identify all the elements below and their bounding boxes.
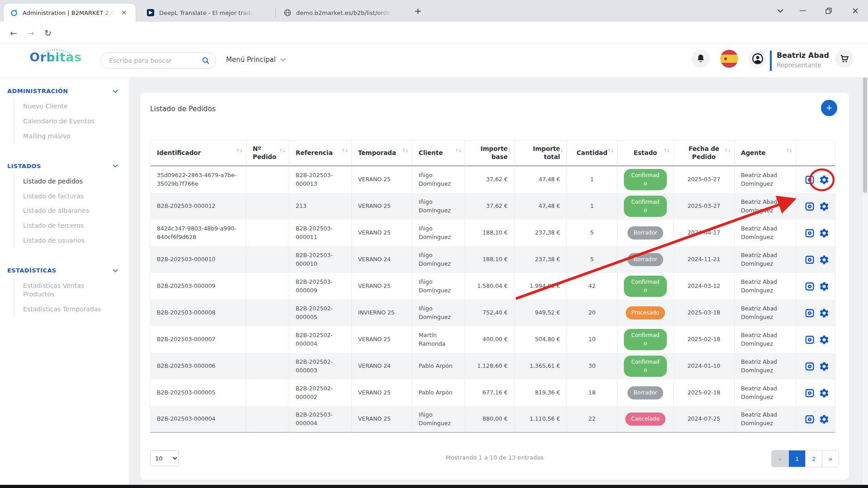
cell-estado: Confirmado	[617, 353, 673, 380]
sidebar-item[interactable]: Estadísticas Temporadas	[23, 302, 111, 317]
sort-icon[interactable]: ↑↓	[402, 148, 408, 154]
language-button[interactable]	[720, 50, 738, 68]
order-settings-button[interactable]	[818, 201, 830, 212]
back-icon[interactable]: ←	[8, 27, 19, 39]
status-badge: Cancelado	[625, 413, 665, 426]
window-minimize-button[interactable]: —	[799, 6, 806, 14]
window-close-button[interactable]: ×	[852, 5, 859, 15]
tab-search-chevron-icon[interactable]	[777, 9, 784, 13]
sort-icon[interactable]: ↑↓	[341, 148, 348, 154]
order-settings-button[interactable]	[818, 254, 830, 266]
cell-temporada: VERANO 25	[351, 193, 412, 220]
column-header-importe_base[interactable]: Importe base↑↓	[465, 140, 514, 166]
page-scrollbar[interactable]	[862, 44, 868, 485]
view-order-button[interactable]	[804, 307, 816, 319]
sidebar-section-header[interactable]: ESTADÍSTICAS	[0, 267, 129, 274]
sort-icon[interactable]: ↑↓	[504, 148, 510, 154]
sidebar-item[interactable]: Listado de terceros	[23, 218, 111, 233]
sidebar-item[interactable]: Listado de albaranes	[23, 203, 111, 218]
user-role: Representante	[777, 61, 821, 69]
sidebar-item[interactable]: Listado de facturas	[23, 189, 111, 204]
account-button[interactable]	[749, 50, 767, 68]
page-button-next[interactable]: »	[822, 450, 839, 467]
user-divider	[770, 51, 772, 71]
search-input[interactable]	[109, 57, 198, 64]
order-settings-button[interactable]	[818, 334, 830, 346]
cell-importe_base: 880,00 €	[465, 406, 514, 433]
view-order-button[interactable]	[804, 254, 816, 266]
notifications-button[interactable]	[692, 50, 710, 68]
cell-temporada: VERANO 25	[351, 166, 412, 193]
order-settings-button[interactable]	[818, 361, 830, 372]
table-row: 35d09622-2863-4679-a7be-35029b7f766eB2B-…	[150, 166, 835, 193]
column-header-cantidad[interactable]: Cantidad↑↓	[566, 140, 617, 166]
column-header-cliente[interactable]: Cliente↑↓	[412, 140, 465, 166]
browser-tab-orders[interactable]: demo.b2market.es/b2b/list/orders?	[277, 4, 408, 22]
search-icon[interactable]	[201, 56, 210, 65]
forward-icon[interactable]: →	[25, 27, 37, 39]
column-header-n_pedido[interactable]: Nº Pedido↑↓	[246, 140, 289, 166]
table-row: B2B-202503-000007B2B-202502-000004VERANO…	[150, 326, 835, 353]
page-button-1[interactable]: 1	[788, 450, 805, 467]
order-settings-button[interactable]	[818, 281, 830, 292]
add-order-button[interactable]: +	[821, 100, 837, 116]
view-order-button[interactable]	[804, 281, 816, 292]
chevron-down-icon	[280, 58, 286, 61]
sidebar-item[interactable]: Mailing masivo	[23, 129, 111, 144]
cell-fecha_pedido: 2025-03-27	[673, 166, 734, 193]
cell-n_pedido	[246, 326, 289, 353]
cell-estado: Borrador	[617, 380, 673, 406]
order-settings-button[interactable]	[818, 307, 830, 319]
row-1-settings-icon[interactable]	[818, 174, 830, 186]
view-order-button[interactable]	[804, 361, 816, 372]
view-order-button[interactable]	[804, 413, 816, 425]
orbitas-logo[interactable]: Orbitas	[22, 50, 90, 64]
new-tab-button[interactable]: +	[414, 6, 422, 15]
cell-referencia: B2B-202502-000002	[289, 380, 351, 406]
sidebar-item[interactable]: Listado de usuarios	[23, 233, 111, 248]
sidebar-item[interactable]: Nuevo Cliente	[23, 99, 111, 114]
view-order-button[interactable]	[804, 227, 816, 239]
cell-referencia: B2B-202502-000005	[289, 300, 351, 326]
sidebar-item[interactable]: Calendario de Eventos	[23, 114, 111, 129]
column-header-identificador[interactable]: Identificador↑↓	[150, 140, 246, 166]
view-order-button[interactable]	[804, 174, 816, 186]
column-header-estado[interactable]: Estado↑↓	[617, 140, 673, 166]
tab-close-icon[interactable]: ×	[119, 8, 129, 17]
browser-tab-deepl[interactable]: DeepL Translate - El mejor traducto	[140, 4, 274, 22]
main-menu-dropdown[interactable]: Menú Principal	[226, 56, 286, 64]
column-header-agente[interactable]: Agente↑↓	[734, 140, 796, 166]
sidebar-item[interactable]: Listado de pedidos	[23, 174, 111, 189]
sort-icon[interactable]: ↑↓	[455, 148, 461, 154]
cell-temporada: VERANO 25	[351, 380, 412, 406]
sidebar-section-header[interactable]: LISTADOS	[0, 163, 129, 169]
cell-temporada: INVIERNO 25	[351, 300, 412, 326]
order-settings-button[interactable]	[818, 413, 830, 425]
page-button-prev[interactable]: «	[772, 450, 788, 467]
user-name: Beatriz Abad	[777, 51, 829, 60]
window-restore-button[interactable]	[826, 8, 832, 14]
sidebar-item[interactable]: Estadísticas Ventas Productos	[23, 278, 111, 302]
sort-icon[interactable]: ↑↓	[786, 148, 792, 154]
browser-tab-active[interactable]: Administration | B2MARKET 2.0 ×	[4, 4, 136, 22]
view-order-button[interactable]	[804, 387, 816, 399]
sort-icon[interactable]: ↑↓	[279, 148, 285, 154]
order-settings-button[interactable]	[818, 227, 830, 239]
view-order-button[interactable]	[804, 334, 816, 346]
sort-icon[interactable]: ↑↓	[236, 148, 242, 154]
view-order-button[interactable]	[804, 201, 816, 212]
sort-icon[interactable]: ↑↓	[607, 148, 613, 154]
global-search[interactable]	[100, 52, 216, 69]
column-header-fecha_pedido[interactable]: Fecha de Pedido↑↓	[673, 140, 734, 166]
order-settings-button[interactable]	[818, 387, 830, 399]
column-header-referencia[interactable]: Referencia↑↓	[289, 140, 351, 166]
column-header-temporada[interactable]: Temporada↑↓	[351, 140, 412, 166]
cart-button[interactable]	[835, 50, 854, 68]
column-header-importe_total[interactable]: Importe total↑↓	[514, 140, 566, 166]
page-button-2[interactable]: 2	[805, 450, 822, 467]
sort-icon[interactable]: ↑↓	[557, 148, 563, 154]
sort-icon[interactable]: ↑↓	[663, 148, 670, 154]
sort-icon[interactable]: ↑↓	[724, 148, 731, 154]
sidebar-section-header[interactable]: ADMINISTRACIÓN	[0, 88, 129, 94]
reload-icon[interactable]: ↻	[42, 27, 54, 39]
